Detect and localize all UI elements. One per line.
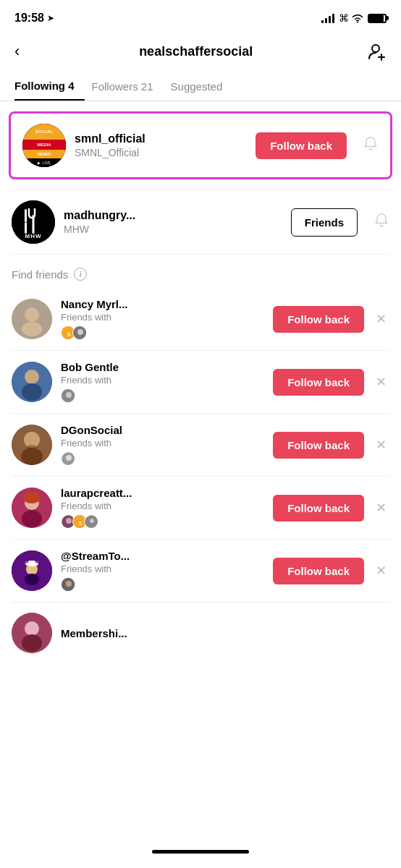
bell-icon-mhw[interactable] <box>373 212 389 232</box>
suggestion-item-bob: Bob Gentle Friends with Follow back ✕ <box>0 351 401 413</box>
follow-back-button-smnl[interactable]: Follow back <box>256 132 347 159</box>
suggestion-name-stream: @StreamTo... <box>61 550 264 562</box>
mutual-avatars-nancy: S <box>61 326 264 340</box>
bottom-bar <box>0 844 401 868</box>
avatar-bob <box>12 362 52 402</box>
svg-point-47 <box>22 634 42 652</box>
svg-point-46 <box>25 621 39 636</box>
status-time: 19:58 <box>14 12 44 25</box>
svg-point-20 <box>66 392 72 398</box>
suggestion-friends-nancy: Friends with <box>61 312 264 323</box>
wifi-icon: ⌘ <box>339 12 363 24</box>
suggestion-item-nancy: Nancy Myrl... Friends with S Follow back… <box>0 288 401 350</box>
find-friends-header: Find friends i <box>0 255 401 288</box>
status-bar: 19:58 ➤ ⌘ <box>0 0 401 32</box>
svg-rect-5 <box>25 209 27 222</box>
suggestion-info-membershi: Membershi... <box>61 627 389 639</box>
mutual-avatar-stream-1 <box>61 577 75 592</box>
battery-icon <box>368 14 387 23</box>
follow-back-button-dgon[interactable]: Follow back <box>273 432 364 459</box>
mutual-avatars-bob <box>61 388 264 403</box>
page-title: nealschaffersocial <box>139 44 253 59</box>
user-info-mhw: madhungry... MHW <box>64 209 282 235</box>
tab-suggested[interactable]: Suggested <box>171 73 233 100</box>
username-smnl: smnl_official <box>75 132 247 145</box>
suggestion-name-membershi: Membershi... <box>61 627 389 639</box>
suggestion-friends-stream: Friends with <box>61 563 264 574</box>
friends-button-mhw[interactable]: Friends <box>291 208 358 237</box>
userhandle-mhw: MHW <box>64 224 282 235</box>
svg-text:S: S <box>67 332 71 337</box>
mutual-avatar-laura-3 <box>84 514 98 529</box>
svg-text:S: S <box>79 521 83 526</box>
status-icons: ⌘ <box>321 12 387 24</box>
info-icon[interactable]: i <box>74 268 87 281</box>
avatar-mhw: MHW <box>12 200 55 244</box>
mutual-avatar-bob-1 <box>61 388 75 403</box>
follow-back-button-laura[interactable]: Follow back <box>273 495 364 522</box>
home-indicator <box>152 850 249 854</box>
svg-point-44 <box>66 581 72 587</box>
svg-point-40 <box>25 574 39 585</box>
mutual-avatars-dgon <box>61 451 264 466</box>
following-item-smnl: SOCIAL MEDIA NEWS ▶ LIVE smnl_official S… <box>9 111 392 179</box>
svg-point-29 <box>22 510 42 527</box>
close-button-nancy[interactable]: ✕ <box>373 308 389 330</box>
user-info-smnl: smnl_official SMNL_Official <box>75 132 247 158</box>
back-button[interactable]: ‹ <box>14 39 25 64</box>
svg-point-17 <box>25 370 39 384</box>
add-user-button[interactable] <box>366 41 387 61</box>
suggestion-name-bob: Bob Gentle <box>61 361 264 373</box>
close-button-bob[interactable]: ✕ <box>373 371 389 393</box>
svg-point-36 <box>90 519 94 523</box>
svg-text:MHW: MHW <box>25 233 42 239</box>
svg-rect-7 <box>33 215 35 234</box>
suggestion-info-dgon: DGonSocial Friends with <box>61 424 264 466</box>
svg-point-15 <box>77 329 83 335</box>
suggestion-info-stream: @StreamTo... Friends with <box>61 550 264 592</box>
follow-back-button-stream[interactable]: Follow back <box>273 558 364 584</box>
svg-rect-42 <box>28 561 35 565</box>
svg-point-32 <box>66 518 72 524</box>
mutual-avatar-dgon-1 <box>61 451 75 466</box>
header: ‹ nealschaffersocial <box>0 32 401 72</box>
follow-back-button-bob[interactable]: Follow back <box>273 369 364 396</box>
suggestion-friends-dgon: Friends with <box>61 438 264 448</box>
mutual-avatars-stream <box>61 577 264 592</box>
suggestion-friends-laura: Friends with <box>61 501 264 511</box>
suggestion-name-laura: laurapcreatt... <box>61 487 264 499</box>
svg-point-0 <box>357 22 358 23</box>
signal-bars-icon <box>321 13 334 23</box>
svg-point-24 <box>27 445 37 451</box>
following-item-mhw: MHW madhungry... MHW Friends <box>0 190 401 254</box>
tab-following[interactable]: Following 4 <box>14 72 85 101</box>
suggestion-info-nancy: Nancy Myrl... Friends with S <box>61 298 264 340</box>
suggestion-item-membershi: Membershi... <box>0 603 401 663</box>
svg-point-10 <box>25 307 39 322</box>
svg-point-18 <box>22 383 42 401</box>
close-button-stream[interactable]: ✕ <box>373 560 389 582</box>
svg-point-30 <box>23 492 41 503</box>
mutual-avatar-2 <box>72 326 87 340</box>
userhandle-smnl: SMNL_Official <box>75 147 247 158</box>
find-friends-label: Find friends <box>12 268 68 281</box>
svg-point-11 <box>22 322 42 336</box>
suggestion-friends-bob: Friends with <box>61 375 264 386</box>
close-button-laura[interactable]: ✕ <box>373 497 389 519</box>
suggestion-item-laura: laurapcreatt... Friends with S Follow ba… <box>0 477 401 539</box>
suggestion-item-stream: dreamer @StreamTo... Friends with Follow… <box>0 540 401 602</box>
suggestion-name-dgon: DGonSocial <box>61 424 264 436</box>
bell-icon-smnl[interactable] <box>363 135 379 156</box>
svg-point-26 <box>66 455 72 461</box>
close-button-dgon[interactable]: ✕ <box>373 434 389 456</box>
avatar-laura <box>12 488 52 528</box>
location-icon: ➤ <box>47 13 54 23</box>
svg-rect-6 <box>25 222 27 234</box>
suggestion-item-dgon: DGonSocial Friends with Follow back ✕ <box>0 414 401 476</box>
suggestion-info-bob: Bob Gentle Friends with <box>61 361 264 403</box>
avatar-smnl: SOCIAL MEDIA NEWS ▶ LIVE <box>22 124 66 167</box>
follow-back-button-nancy[interactable]: Follow back <box>273 306 364 333</box>
tab-followers[interactable]: Followers 21 <box>92 73 164 100</box>
username-mhw: madhungry... <box>64 209 282 222</box>
avatar-dgon <box>12 425 52 465</box>
